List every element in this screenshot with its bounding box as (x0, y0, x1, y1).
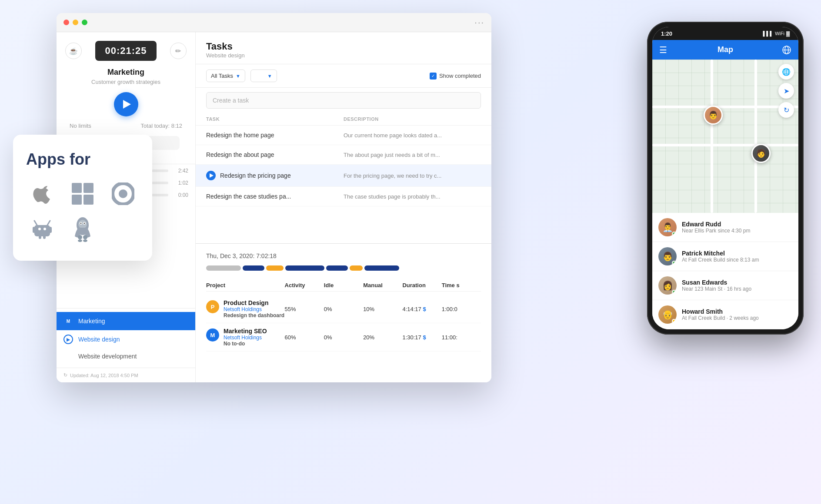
task-row[interactable]: Redesign the home page Our current home … (196, 126, 491, 145)
task-row-active[interactable]: Redesign the pricing page For the pricin… (196, 165, 491, 187)
proj-info-1: Product Design Netsoft Holdings Redesign… (224, 299, 284, 318)
show-completed-toggle[interactable]: ✓ Show completed (430, 73, 481, 80)
proj-name-1: Product Design (224, 299, 284, 306)
list-item-howard[interactable]: 👴 Howard Smith At Fall Creek Build · 2 w… (652, 300, 798, 329)
list-item-patrick[interactable]: 👨 Patrick Mitchel At Fall Creek Build si… (652, 242, 798, 271)
traffic-lights (63, 20, 87, 25)
apple-icon (31, 181, 53, 207)
sidebar-item-website-dev[interactable]: Website development (57, 348, 195, 364)
footer-text: Updated: Aug 12, 2018 4:50 PM (70, 373, 138, 378)
linux-icon (71, 216, 94, 243)
map-refresh-btn[interactable]: ↻ (778, 102, 794, 118)
traffic-light-yellow[interactable] (73, 20, 78, 25)
coffee-button[interactable]: ☕ (65, 43, 82, 59)
report-col-activity: Activity (285, 282, 324, 288)
app-icon-linux[interactable] (67, 216, 98, 243)
refresh-icon: ↻ (63, 372, 67, 378)
task-row[interactable]: Redesign the case studies pa... The case… (196, 187, 491, 206)
timeline-seg (326, 265, 348, 271)
svg-rect-2 (34, 225, 50, 236)
avatar-edward: 👨‍💼 (658, 218, 677, 236)
list-item-edward[interactable]: 👨‍💼 Edward Rudd Near Ellis Park since 4:… (652, 213, 798, 242)
total-today: Total today: 8:12 (141, 123, 182, 129)
task-name-3: Redesign the pricing page (220, 172, 291, 179)
traffic-light-red[interactable] (63, 20, 69, 25)
create-task-input[interactable]: Create a task (206, 92, 481, 109)
report-duration-1: 4:14:17 $ (402, 306, 441, 312)
phone-header-title: Map (718, 45, 733, 54)
win-sq-bl (72, 195, 82, 205)
app-icon-chrome[interactable] (107, 181, 139, 207)
sidebar-label-website-dev: Website development (78, 353, 137, 360)
map-avatar-1: 👨 (704, 106, 723, 125)
task-row[interactable]: Redesign the about page The about page j… (196, 145, 491, 165)
status-dot-edward (672, 232, 676, 236)
phone-status-bar: 1:20 ▌▌▌ WiFi ▓ (652, 27, 798, 40)
report-time-2: 11:00: (442, 334, 481, 341)
report-col-manual: Manual (363, 282, 402, 288)
task-desc-4: The case studies page is probably th... (344, 193, 481, 200)
avatar-patrick: 👨 (658, 247, 677, 265)
person-info-edward: Edward Rudd Near Ellis Park since 4:30 p… (682, 221, 792, 234)
phone-menu-icon[interactable]: ☰ (659, 45, 667, 55)
edit-button[interactable]: ✏ (170, 43, 187, 59)
svg-line-10 (47, 221, 50, 225)
svg-rect-4 (49, 227, 52, 233)
map-location-btn[interactable]: ➤ (778, 83, 794, 99)
svg-point-18 (83, 235, 87, 239)
proj-name-2: Marketing SEO (224, 328, 267, 335)
app-icon-windows[interactable] (67, 181, 98, 207)
map-road-v1 (711, 60, 713, 213)
phone-time: 1:20 (661, 30, 672, 37)
report-manual-2: 20% (363, 334, 402, 341)
person-name-patrick: Patrick Mitchel (682, 250, 792, 257)
person-name-edward: Edward Rudd (682, 221, 792, 228)
app-icon-apple[interactable] (26, 181, 58, 207)
app-icon-android[interactable] (26, 216, 58, 243)
completed-checkbox[interactable]: ✓ (430, 73, 437, 80)
show-completed-label: Show completed (439, 73, 481, 79)
phone-person-list: 👨‍💼 Edward Rudd Near Ellis Park since 4:… (652, 213, 798, 329)
person-name-howard: Howard Smith (682, 308, 792, 315)
svg-point-1 (119, 189, 127, 198)
sidebar-label-website-design: Website design (78, 336, 120, 343)
report-duration-2: 1:30:17 $ (402, 334, 441, 341)
svg-rect-3 (33, 227, 35, 233)
person-info-susan: Susan Edwards Near 123 Main St · 16 hrs … (682, 279, 792, 292)
play-button[interactable] (114, 92, 138, 116)
sidebar-item-website-design[interactable]: ▶ Website design (57, 330, 195, 348)
battery-icon: ▓ (786, 31, 790, 36)
proj-company-2: Netsoft Holdings (224, 335, 267, 341)
report-activity-2: 60% (285, 334, 324, 341)
task-table-header: TASK DESCRIPTION (196, 113, 491, 126)
phone-shell: 1:20 ▌▌▌ WiFi ▓ ☰ Map (647, 22, 804, 335)
traffic-light-green[interactable] (82, 20, 87, 25)
time-bar-label: 2:42 (173, 168, 188, 174)
window-dots: ··· (474, 17, 484, 27)
list-item-susan[interactable]: 👩 Susan Edwards Near 123 Main St · 16 hr… (652, 271, 798, 300)
report-col-project: Project (206, 282, 285, 288)
timeline-seg (364, 265, 399, 271)
person-loc-susan: Near 123 Main St · 16 hrs ago (682, 286, 792, 292)
svg-point-20 (83, 239, 87, 242)
timer-top-row: ☕ 00:21:25 ✏ (65, 41, 187, 61)
map-globe-btn[interactable]: 🌐 (778, 64, 794, 80)
all-tasks-select[interactable]: All Tasks ▼ (206, 70, 245, 82)
select-arrow2-icon: ▼ (267, 73, 272, 79)
win-sq-tr (83, 183, 93, 193)
timeline-seg (350, 265, 363, 271)
filter2-select[interactable]: ▼ (250, 70, 277, 82)
task-play-icon (206, 171, 216, 180)
svg-point-7 (38, 228, 41, 230)
task-row-left: Redesign the case studies pa... (206, 193, 344, 200)
status-dot-howard (672, 319, 676, 323)
task-name-1: Redesign the home page (206, 132, 274, 139)
map-road-h2 (652, 144, 798, 146)
report-table-header: Project Activity Idle Manual Duration Ti… (206, 279, 481, 292)
android-icon (31, 217, 53, 242)
task-desc-1: Our current home page looks dated a... (344, 132, 481, 139)
phone-map: 👨 🧑 🌐 ➤ ↻ (652, 60, 798, 213)
signal-icon: ▌▌▌ (763, 31, 773, 36)
sidebar-item-marketing[interactable]: M Marketing (57, 312, 195, 330)
avatar-susan: 👩 (658, 276, 677, 295)
